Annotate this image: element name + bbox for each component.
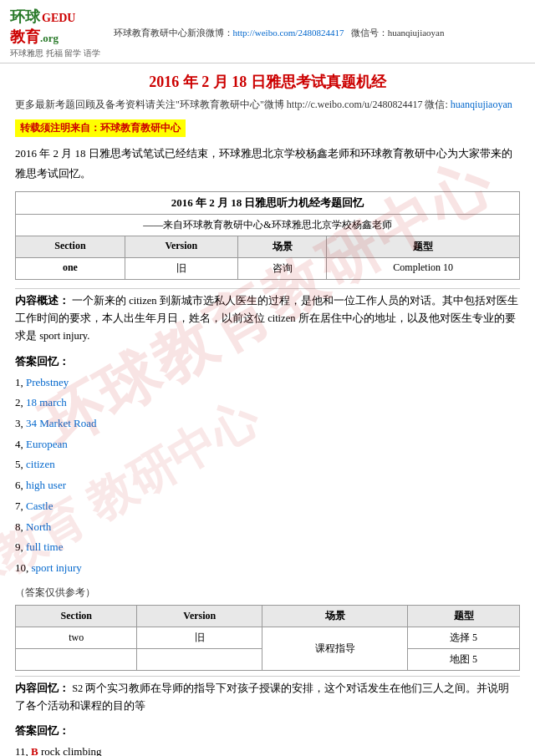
logo-gedu: GEDU xyxy=(42,12,75,25)
answers-section-2: 答案回忆： 11, B rock climbing 12, B 10.15 13… xyxy=(15,723,520,756)
s2-col-scene: 场景 xyxy=(262,605,408,627)
content-label-1: 内容概述： xyxy=(15,295,69,307)
content-summary-1: 内容概述： 一个新来的 citizen 到新城市选私人医生的过程，是他和一位工作… xyxy=(15,288,520,349)
ans-red-11: B xyxy=(31,745,38,756)
ans-link-4[interactable]: European xyxy=(26,438,68,450)
answer-11: 11, B rock climbing xyxy=(15,742,520,756)
answer-8: 8, North xyxy=(15,517,520,538)
s2-col-section: Section xyxy=(16,605,137,627)
ans-link-1[interactable]: Prebstney xyxy=(26,376,69,388)
content-label-2: 内容回忆： xyxy=(15,682,69,694)
answer-6: 6, high user xyxy=(15,475,520,496)
answers-title-1: 答案回忆： xyxy=(15,354,520,369)
answers-section-1: 答案回忆： 1, Prebstney 2, 18 march 3, 34 Mar… xyxy=(15,354,520,579)
answers-title-2: 答案回忆： xyxy=(15,723,520,738)
highlight-notice: 转载须注明来自：环球教育教研中心 xyxy=(15,119,186,137)
row1-version: 旧 xyxy=(125,257,237,279)
notice-weixin: huanqiujiaoyan xyxy=(451,99,512,110)
answer-10: 10, sport injury xyxy=(15,558,520,579)
listening-table: 2016 年 2 月 18 日雅思听力机经考题回忆 ——来自环球教育教研中心&环… xyxy=(15,191,520,280)
content-summary-2: 内容回忆： S2 两个实习教师在导师的指导下对孩子授课的安排，这个对话发生在他们… xyxy=(15,676,520,719)
notice-line: 更多最新考题回顾及备考资料请关注"环球教育教研中心"微博 http://c.we… xyxy=(15,97,520,113)
ans-link-9[interactable]: full time xyxy=(26,540,63,553)
header: 环球 GEDU 教育 .org 环球雅思 托福 留学 语学 环球教育教研中心新浪… xyxy=(0,0,535,63)
s2-col-version: Version xyxy=(137,605,262,627)
section-two-table: Section Version 场景 题型 two 旧 课程指导 选择 5 地图… xyxy=(15,605,520,671)
content-text-1: 一个新来的 citizen 到新城市选私人医生的过程，是他和一位工作人员的对话。… xyxy=(15,295,518,342)
ans-link-2[interactable]: 18 march xyxy=(26,396,67,408)
main-title: 2016 年 2 月 18 日雅思考试真题机经 xyxy=(0,63,535,97)
logo-area: 环球 GEDU 教育 .org 环球雅思 托福 留学 语学 xyxy=(10,7,100,59)
logo-row-bottom: 教育 .org xyxy=(10,27,59,47)
listening-table-title: 2016 年 2 月 18 日雅思听力机经考题回忆 xyxy=(16,191,520,214)
ans-link-10[interactable]: sport injury xyxy=(32,561,82,574)
ans-link-3[interactable]: 34 Market Road xyxy=(26,417,96,429)
s2-section-empty xyxy=(16,648,137,670)
answer-5: 5, citizen xyxy=(15,454,520,475)
weibo-url[interactable]: http://weibo.com/2480824417 xyxy=(233,28,344,38)
logo-row-top: 环球 GEDU xyxy=(10,7,75,27)
notice-text: 更多最新考题回顾及备考资料请关注"环球教育教研中心"微博 http://c.we… xyxy=(15,99,448,110)
row1-scene: 咨询 xyxy=(237,257,327,279)
intro-text: 2016 年 2 月 18 日雅思考试笔试已经结束，环球雅思北京学校杨鑫老师和环… xyxy=(15,144,520,183)
logo-subtitle: 环球雅思 托福 留学 语学 xyxy=(10,48,100,59)
content-area: 更多最新考题回顾及备考资料请关注"环球教育教研中心"微博 http://c.we… xyxy=(0,97,535,756)
ans-link-7[interactable]: Castle xyxy=(26,500,54,512)
listening-table-subtitle: ——来自环球教育教研中心&环球雅思北京学校杨鑫老师 xyxy=(16,214,520,236)
logo-edu: 教育 xyxy=(10,27,40,47)
col-section-header: Section xyxy=(16,236,125,257)
row1-type: Completion 10 xyxy=(327,257,520,279)
s2-type1: 选择 5 xyxy=(408,627,520,648)
s2-version: 旧 xyxy=(137,627,262,648)
answer-1: 1, Prebstney xyxy=(15,373,520,393)
ans-link-8[interactable]: North xyxy=(26,520,51,533)
content-text-2: S2 两个实习教师在导师的指导下对孩子授课的安排，这个对话发生在他们三人之间。并… xyxy=(15,682,509,712)
s2-scene: 课程指导 xyxy=(262,627,408,670)
answer-7: 7, Castle xyxy=(15,496,520,517)
ans-link-6[interactable]: high user xyxy=(26,479,66,491)
weixin-id: huanqiujiaoyan xyxy=(388,28,445,38)
weibo-label: 环球教育教研中心新浪微博： xyxy=(114,28,233,38)
s2-section: two xyxy=(16,627,137,648)
col-type-header: 题型 xyxy=(327,236,520,257)
answer-4: 4, European xyxy=(15,434,520,455)
answer-note: （答案仅供参考） xyxy=(15,586,520,600)
logo-huanqiu: 环球 xyxy=(10,7,40,27)
answer-3: 3, 34 Market Road xyxy=(15,414,520,434)
ans-link-5[interactable]: citizen xyxy=(26,458,55,470)
col-version-header: Version xyxy=(125,236,237,257)
s2-type2: 地图 5 xyxy=(408,648,520,670)
answer-2: 2, 18 march xyxy=(15,393,520,414)
header-info: 环球教育教研中心新浪微博：http://weibo.com/2480824417… xyxy=(114,26,445,41)
row1-section: one xyxy=(16,257,125,279)
logo-org: .org xyxy=(40,32,59,45)
col-scene-header: 场景 xyxy=(237,236,327,257)
s2-version-empty xyxy=(137,648,262,670)
s2-col-type: 题型 xyxy=(408,605,520,627)
weixin-label: 微信号： xyxy=(351,28,388,38)
answer-9: 9, full time xyxy=(15,537,520,558)
